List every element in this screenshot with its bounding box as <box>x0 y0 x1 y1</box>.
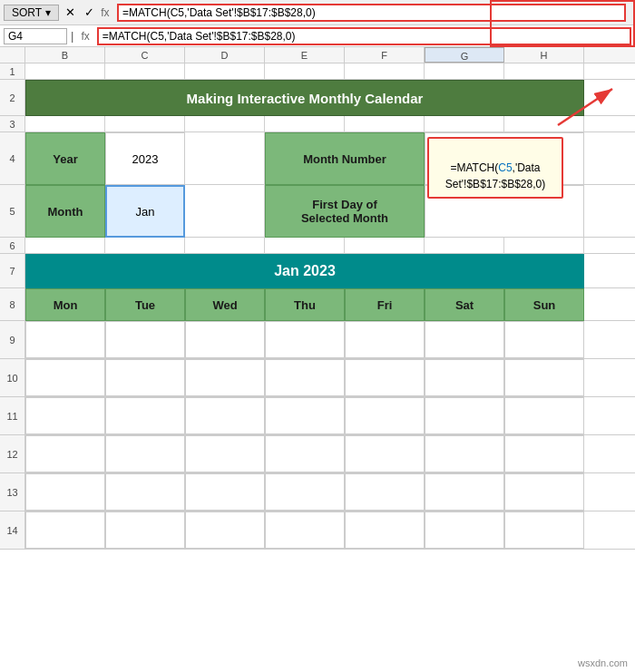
cell-f1[interactable] <box>345 63 425 80</box>
month-number-value-cell[interactable]: =MATCH(C5,'Data Set'!$B$17:$B$28,0) <box>425 132 584 185</box>
corner-header <box>0 47 25 63</box>
title-cell: Making Interactive Monthly Calendar <box>25 80 584 116</box>
cell-h6[interactable] <box>504 238 584 254</box>
fx-label: fx <box>101 6 109 19</box>
first-day-label-cell: First Day of Selected Month <box>265 185 425 238</box>
year-label-cell: Year <box>25 132 105 185</box>
cell-h3[interactable] <box>504 116 584 132</box>
calendar-header-text: Jan 2023 <box>274 263 336 279</box>
cancel-button[interactable]: ✕ <box>63 5 78 19</box>
cal-cell-12b[interactable] <box>25 435 105 472</box>
cal-cell-13g[interactable] <box>425 473 504 511</box>
cal-cell-10e[interactable] <box>265 359 345 396</box>
cal-cell-11c[interactable] <box>105 397 185 434</box>
cal-cell-13f[interactable] <box>345 473 425 511</box>
watermark: wsxdn.com <box>578 657 628 668</box>
first-day-value-cell[interactable] <box>425 185 584 238</box>
cal-cell-14d[interactable] <box>185 511 265 549</box>
cell-b3[interactable] <box>25 116 105 132</box>
cell-f6[interactable] <box>345 238 425 254</box>
day-header-mon: Mon <box>25 288 105 321</box>
cal-cell-12c[interactable] <box>105 435 185 472</box>
cell-d6[interactable] <box>185 238 265 254</box>
cell-ref-input[interactable] <box>4 28 67 44</box>
cal-cell-14c[interactable] <box>105 511 185 549</box>
cal-cell-13h[interactable] <box>504 473 584 511</box>
confirm-button[interactable]: ✓ <box>82 5 97 19</box>
cell-c3[interactable] <box>105 116 185 132</box>
cell-b1[interactable] <box>25 63 105 80</box>
rows-container: 1 2 Making Interactive Monthly Calendar … <box>0 63 635 672</box>
row-num-3: 3 <box>0 116 25 131</box>
sort-dropdown-icon: ▾ <box>45 6 51 19</box>
cal-cell-11e[interactable] <box>265 397 345 434</box>
cal-cell-10d[interactable] <box>185 359 265 396</box>
cell-h1[interactable] <box>504 63 584 80</box>
cell-b6[interactable] <box>25 238 105 254</box>
row-num-1: 1 <box>0 63 25 79</box>
cal-cell-9c[interactable] <box>105 321 185 358</box>
cell-e1[interactable] <box>265 63 345 80</box>
cell-f3[interactable] <box>345 116 425 132</box>
row-5: 5 Month Jan First Day of Selected Month <box>0 185 635 238</box>
cell-d5[interactable] <box>185 185 265 238</box>
col-header-c: C <box>105 47 185 63</box>
cal-cell-9e[interactable] <box>265 321 345 358</box>
cell-g6[interactable] <box>425 238 504 254</box>
cell-g1[interactable] <box>425 63 504 80</box>
row-num-11: 11 <box>0 397 25 434</box>
cal-cell-11b[interactable] <box>25 397 105 434</box>
month-value-cell[interactable]: Jan <box>105 185 185 238</box>
cal-cell-14f[interactable] <box>345 511 425 549</box>
cell-d4[interactable] <box>185 132 265 185</box>
cal-cell-12h[interactable] <box>504 435 584 472</box>
cal-cell-14g[interactable] <box>425 511 504 549</box>
cal-cell-14h[interactable] <box>504 511 584 549</box>
day-header-thu: Thu <box>265 288 345 321</box>
cal-cell-9b[interactable] <box>25 321 105 358</box>
cal-cell-13b[interactable] <box>25 473 105 511</box>
cell-e3[interactable] <box>265 116 345 132</box>
row-9: 9 <box>0 321 635 359</box>
col-header-f: F <box>345 47 425 63</box>
row-2: 2 Making Interactive Monthly Calendar <box>0 80 635 116</box>
cal-cell-11d[interactable] <box>185 397 265 434</box>
cal-cell-11g[interactable] <box>425 397 504 434</box>
cal-cell-10f[interactable] <box>345 359 425 396</box>
cal-cell-10h[interactable] <box>504 359 584 396</box>
sort-dropdown[interactable]: SORT ▾ <box>4 5 59 21</box>
cal-cell-13d[interactable] <box>185 473 265 511</box>
cell-d3[interactable] <box>185 116 265 132</box>
cal-cell-13c[interactable] <box>105 473 185 511</box>
cell-g3[interactable] <box>425 116 504 132</box>
cal-cell-12g[interactable] <box>425 435 504 472</box>
cal-cell-11f[interactable] <box>345 397 425 434</box>
cell-e6[interactable] <box>265 238 345 254</box>
cell-d1[interactable] <box>185 63 265 80</box>
formula-input[interactable] <box>117 4 626 22</box>
formula-bar: | fx <box>0 25 635 47</box>
cell-c1[interactable] <box>105 63 185 80</box>
row-4: 4 Year 2023 Month Number =MATCH(C5,'Data… <box>0 132 635 185</box>
cal-cell-14e[interactable] <box>265 511 345 549</box>
row-13: 13 <box>0 473 635 511</box>
cal-cell-11h[interactable] <box>504 397 584 434</box>
cal-cell-14b[interactable] <box>25 511 105 549</box>
cal-cell-9g[interactable] <box>425 321 504 358</box>
cal-cell-10g[interactable] <box>425 359 504 396</box>
cal-cell-12f[interactable] <box>345 435 425 472</box>
cal-cell-12d[interactable] <box>185 435 265 472</box>
cal-cell-12e[interactable] <box>265 435 345 472</box>
cal-cell-9h[interactable] <box>504 321 584 358</box>
cal-cell-13e[interactable] <box>265 473 345 511</box>
cell-c6[interactable] <box>105 238 185 254</box>
year-value-cell[interactable]: 2023 <box>105 132 185 185</box>
formula-bar-input[interactable] <box>97 27 631 45</box>
cal-cell-10b[interactable] <box>25 359 105 396</box>
cal-cell-10c[interactable] <box>105 359 185 396</box>
day-header-tue: Tue <box>105 288 185 321</box>
fx-symbol: fx <box>77 30 93 43</box>
day-header-wed: Wed <box>185 288 265 321</box>
cal-cell-9f[interactable] <box>345 321 425 358</box>
cal-cell-9d[interactable] <box>185 321 265 358</box>
